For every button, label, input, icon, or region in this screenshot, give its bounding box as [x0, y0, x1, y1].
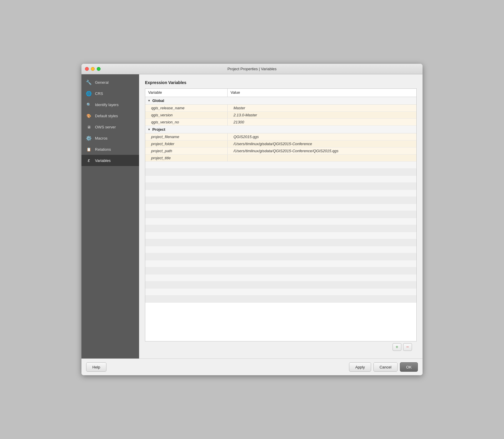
cell-variable: project_filename: [145, 133, 228, 140]
crs-icon: 🌐: [86, 90, 92, 97]
close-button[interactable]: [85, 67, 89, 71]
table-row: [145, 253, 416, 260]
cell-value: 21300: [228, 119, 416, 125]
sidebar-label-macros: Macros: [95, 136, 108, 140]
table-row: [145, 204, 416, 211]
relations-icon: 📋: [86, 146, 92, 153]
titlebar: Project Properties | Variables: [81, 64, 423, 74]
remove-variable-button[interactable]: −: [403, 343, 412, 351]
table-row: [145, 176, 416, 183]
main-window: Project Properties | Variables 🔧 General…: [81, 64, 423, 375]
table-body[interactable]: ▼ Global qgis_release_name Master qgis_v…: [145, 97, 416, 341]
table-row: [145, 289, 416, 296]
table-row: [145, 162, 416, 169]
identify-layers-icon: 🔍: [86, 101, 92, 108]
ok-button[interactable]: OK: [400, 362, 418, 372]
table-header: Variable Value: [145, 89, 416, 97]
cell-variable: qgis_version_no: [145, 119, 228, 125]
table-row: [145, 267, 416, 274]
table-row: [145, 239, 416, 246]
sidebar-label-relations: Relations: [95, 147, 111, 152]
sidebar-label-crs: CRS: [95, 91, 103, 96]
add-remove-bar: + −: [145, 341, 417, 353]
table-row[interactable]: qgis_version_no 21300: [145, 119, 416, 126]
cancel-button[interactable]: Cancel: [373, 362, 398, 372]
cell-variable: project_path: [145, 148, 228, 154]
sidebar-label-variables: Variables: [95, 158, 111, 163]
general-icon: 🔧: [86, 79, 92, 86]
cell-value: [228, 155, 416, 161]
table-row: [145, 190, 416, 197]
macros-icon: ⚙️: [86, 135, 92, 141]
variables-icon: ε: [86, 157, 92, 164]
help-button[interactable]: Help: [86, 362, 106, 372]
main-panel: Expression Variables Variable Value ▼ Gl…: [139, 74, 423, 358]
project-group-label: Project: [152, 127, 165, 132]
cell-variable: qgis_release_name: [145, 105, 228, 111]
table-row: [145, 260, 416, 267]
window-title: Project Properties | Variables: [227, 67, 276, 71]
cell-value: /Users/timlinux/gisdata/QGIS2015-Confere…: [228, 140, 416, 147]
cell-value: Master: [228, 105, 416, 111]
sidebar-label-identify-layers: Identify layers: [95, 103, 119, 107]
cell-variable: project_title: [145, 155, 228, 161]
sidebar-item-general[interactable]: 🔧 General: [81, 77, 139, 88]
cell-value: QGIS2015.qgs: [228, 133, 416, 140]
content-area: 🔧 General 🌐 CRS 🔍 Identify layers 🎨 Defa…: [81, 74, 423, 358]
table-row[interactable]: project_title: [145, 155, 416, 162]
cell-variable: project_folder: [145, 140, 228, 147]
sidebar-label-general: General: [95, 80, 109, 85]
table-row[interactable]: qgis_release_name Master: [145, 105, 416, 112]
table-row: [145, 218, 416, 225]
traffic-lights: [85, 67, 101, 71]
sidebar-item-crs[interactable]: 🌐 CRS: [81, 88, 139, 99]
add-variable-button[interactable]: +: [393, 343, 401, 351]
table-row: [145, 183, 416, 190]
table-row[interactable]: qgis_version 2.13.0-Master: [145, 112, 416, 119]
bottom-bar: Help Apply Cancel OK: [81, 358, 423, 375]
table-row: [145, 296, 416, 303]
sidebar: 🔧 General 🌐 CRS 🔍 Identify layers 🎨 Defa…: [81, 74, 139, 358]
section-title: Expression Variables: [145, 80, 417, 85]
sidebar-item-ows-server[interactable]: 🖥 OWS server: [81, 121, 139, 133]
table-row: [145, 197, 416, 204]
table-row: [145, 225, 416, 232]
project-group-arrow: ▼: [148, 128, 151, 131]
table-row[interactable]: project_path /Users/timlinux/gisdata/QGI…: [145, 148, 416, 155]
sidebar-item-macros[interactable]: ⚙️ Macros: [81, 133, 139, 144]
default-styles-icon: 🎨: [86, 113, 92, 119]
table-row: [145, 232, 416, 239]
sidebar-item-default-styles[interactable]: 🎨 Default styles: [81, 110, 139, 121]
table-row[interactable]: project_filename QGIS2015.qgs: [145, 133, 416, 140]
cell-value: /Users/timlinux/gisdata/QGIS2015-Confere…: [228, 148, 416, 154]
cell-value: 2.13.0-Master: [228, 112, 416, 118]
table-row: [145, 169, 416, 176]
sidebar-item-variables[interactable]: ε Variables: [81, 155, 139, 166]
table-row: [145, 274, 416, 282]
sidebar-label-ows-server: OWS server: [95, 125, 116, 129]
apply-button[interactable]: Apply: [349, 362, 371, 372]
global-group-arrow: ▼: [148, 99, 151, 102]
global-group-header[interactable]: ▼ Global: [145, 97, 416, 105]
sidebar-item-relations[interactable]: 📋 Relations: [81, 144, 139, 155]
sidebar-label-default-styles: Default styles: [95, 114, 118, 118]
minimize-button[interactable]: [91, 67, 95, 71]
header-variable: Variable: [145, 89, 228, 97]
table-row: [145, 282, 416, 289]
table-row: [145, 246, 416, 253]
ows-server-icon: 🖥: [86, 124, 92, 130]
header-value: Value: [228, 89, 416, 97]
variables-table: Variable Value ▼ Global qgis_release_nam…: [145, 88, 417, 341]
project-group-header[interactable]: ▼ Project: [145, 126, 416, 133]
sidebar-item-identify-layers[interactable]: 🔍 Identify layers: [81, 99, 139, 110]
table-row: [145, 211, 416, 218]
table-row[interactable]: project_folder /Users/timlinux/gisdata/Q…: [145, 140, 416, 148]
cell-variable: qgis_version: [145, 112, 228, 118]
maximize-button[interactable]: [97, 67, 101, 71]
global-group-label: Global: [152, 98, 164, 103]
